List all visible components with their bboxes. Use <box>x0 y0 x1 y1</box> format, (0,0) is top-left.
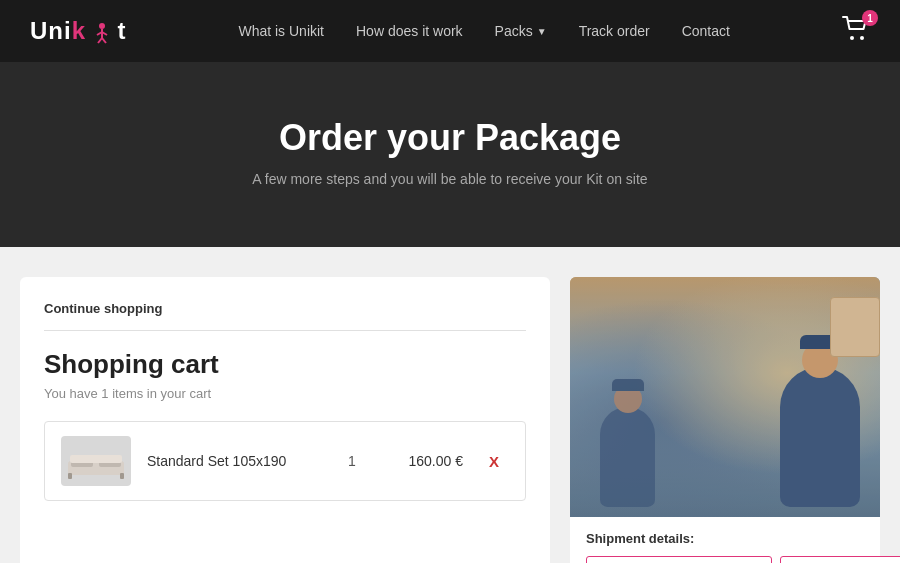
hero-subtitle: A few more steps and you will be able to… <box>20 171 880 187</box>
svg-point-0 <box>99 23 105 29</box>
nav-item-contact[interactable]: Contact <box>682 22 730 40</box>
packs-label: Packs <box>495 23 533 39</box>
cart-panel: Continue shopping Shopping cart You have… <box>20 277 550 563</box>
hero-section: Order your Package A few more steps and … <box>0 62 900 247</box>
right-panel: Shipment details: <box>570 277 880 563</box>
cart-subtitle: You have 1 items in your cart <box>44 386 526 401</box>
logo-icon <box>86 17 117 44</box>
svg-point-6 <box>850 36 854 40</box>
nav-link-what-is[interactable]: What is Unikit <box>238 23 324 39</box>
svg-rect-13 <box>70 455 122 463</box>
cart-item-price: 160.00 € <box>383 453 463 469</box>
image-overlay <box>570 277 880 517</box>
continue-shopping-link[interactable]: Continue shopping <box>44 301 526 331</box>
logo-text-t: t <box>117 17 126 44</box>
delivery-scene <box>570 277 880 517</box>
svg-rect-12 <box>120 473 124 479</box>
nav-link-track-order[interactable]: Track order <box>579 23 650 39</box>
navbar: Unik t What is Unikit How does it work P… <box>0 0 900 62</box>
cart-item-image <box>61 436 131 486</box>
content-area: Continue shopping Shopping cart You have… <box>0 247 900 563</box>
cart-item: Standard Set 105x190 1 160.00 € X <box>44 421 526 501</box>
nav-item-how-works[interactable]: How does it work <box>356 22 463 40</box>
cart-item-name: Standard Set 105x190 <box>147 453 321 469</box>
cart-item-qty: 1 <box>337 453 367 469</box>
last-name-input[interactable] <box>780 556 900 563</box>
chevron-down-icon: ▼ <box>537 26 547 37</box>
product-image <box>66 441 126 481</box>
nav-item-track-order[interactable]: Track order <box>579 22 650 40</box>
svg-line-5 <box>102 38 106 43</box>
svg-point-7 <box>860 36 864 40</box>
nav-item-what-is[interactable]: What is Unikit <box>238 22 324 40</box>
shipment-inputs <box>586 556 864 563</box>
cart-item-remove-button[interactable]: X <box>479 453 509 470</box>
logo-k: k <box>72 17 86 44</box>
cart-button[interactable]: 1 <box>842 16 870 46</box>
logo[interactable]: Unik t <box>30 17 126 45</box>
cart-title: Shopping cart <box>44 349 526 380</box>
nav-links: What is Unikit How does it work Packs ▼ … <box>238 22 730 40</box>
first-name-input[interactable] <box>586 556 772 563</box>
logo-text-uni: Uni <box>30 17 72 44</box>
shipment-section: Shipment details: <box>570 517 880 563</box>
nav-item-packs[interactable]: Packs ▼ <box>495 23 547 39</box>
hero-title: Order your Package <box>20 117 880 159</box>
delivery-image <box>570 277 880 517</box>
nav-link-packs[interactable]: Packs ▼ <box>495 23 547 39</box>
nav-link-how-works[interactable]: How does it work <box>356 23 463 39</box>
nav-link-contact[interactable]: Contact <box>682 23 730 39</box>
svg-rect-11 <box>68 473 72 479</box>
shipment-title: Shipment details: <box>586 531 864 546</box>
cart-badge: 1 <box>862 10 878 26</box>
